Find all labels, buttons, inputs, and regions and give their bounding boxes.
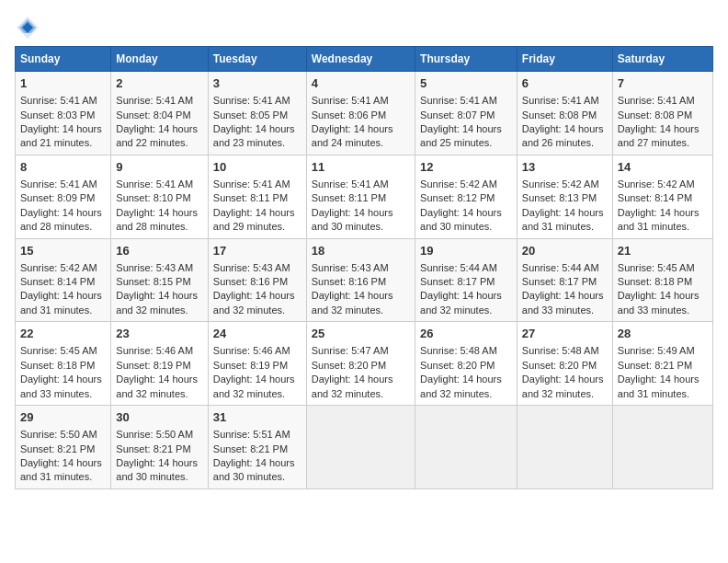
calendar-cell: 15Sunrise: 5:42 AMSunset: 8:14 PMDayligh… — [16, 238, 111, 322]
week-row-4: 22Sunrise: 5:45 AMSunset: 8:18 PMDayligh… — [16, 322, 713, 406]
daylight: Daylight: 14 hours and 30 minutes. — [312, 207, 393, 232]
daylight: Daylight: 14 hours and 33 minutes. — [618, 290, 700, 315]
calendar-cell: 19Sunrise: 5:44 AMSunset: 8:17 PMDayligh… — [415, 238, 518, 322]
sunset: Sunset: 8:08 PM — [522, 109, 597, 121]
daylight: Daylight: 14 hours and 28 minutes. — [116, 207, 198, 232]
calendar-cell: 8Sunrise: 5:41 AMSunset: 8:09 PMDaylight… — [16, 155, 111, 238]
calendar-cell — [612, 406, 712, 489]
day-number: 20 — [522, 243, 608, 259]
sunset: Sunset: 8:13 PM — [522, 192, 597, 203]
daylight: Daylight: 14 hours and 32 minutes. — [213, 373, 295, 398]
calendar-cell — [415, 406, 518, 489]
day-number: 22 — [20, 326, 106, 342]
sunset: Sunset: 8:18 PM — [618, 276, 692, 287]
sunset: Sunset: 8:19 PM — [213, 360, 288, 371]
calendar-cell: 17Sunrise: 5:43 AMSunset: 8:16 PMDayligh… — [208, 238, 306, 322]
calendar-cell: 25Sunrise: 5:47 AMSunset: 8:20 PMDayligh… — [306, 322, 415, 406]
sunset: Sunset: 8:11 PM — [312, 192, 386, 203]
day-number: 1 — [20, 75, 106, 92]
daylight: Daylight: 14 hours and 31 minutes. — [522, 207, 604, 232]
sunrise: Sunrise: 5:41 AM — [312, 95, 389, 106]
calendar-cell: 30Sunrise: 5:50 AMSunset: 8:21 PMDayligh… — [111, 406, 209, 489]
sunrise: Sunrise: 5:45 AM — [618, 262, 695, 273]
sunset: Sunset: 8:06 PM — [312, 109, 386, 121]
header-monday: Monday — [111, 47, 209, 72]
sunrise: Sunrise: 5:51 AM — [213, 429, 290, 440]
week-row-1: 1Sunrise: 5:41 AMSunset: 8:03 PMDaylight… — [16, 72, 713, 155]
header-saturday: Saturday — [612, 47, 712, 72]
calendar-cell: 18Sunrise: 5:43 AMSunset: 8:16 PMDayligh… — [306, 238, 415, 322]
sunset: Sunset: 8:20 PM — [312, 360, 386, 371]
daylight: Daylight: 14 hours and 23 minutes. — [213, 123, 295, 148]
daylight: Daylight: 14 hours and 32 minutes. — [116, 290, 198, 315]
calendar-cell: 13Sunrise: 5:42 AMSunset: 8:13 PMDayligh… — [517, 155, 612, 238]
daylight: Daylight: 14 hours and 22 minutes. — [116, 123, 198, 148]
day-number: 3 — [213, 75, 301, 92]
day-number: 9 — [116, 159, 203, 176]
sunset: Sunset: 8:17 PM — [420, 276, 495, 287]
day-number: 11 — [312, 159, 410, 176]
day-number: 6 — [522, 75, 608, 92]
calendar-cell: 7Sunrise: 5:41 AMSunset: 8:08 PMDaylight… — [612, 72, 712, 155]
sunset: Sunset: 8:12 PM — [420, 192, 495, 203]
calendar-cell: 28Sunrise: 5:49 AMSunset: 8:21 PMDayligh… — [612, 322, 712, 406]
daylight: Daylight: 14 hours and 31 minutes. — [618, 207, 700, 232]
day-number: 24 — [213, 326, 301, 342]
day-number: 19 — [420, 243, 512, 259]
calendar-cell: 22Sunrise: 5:45 AMSunset: 8:18 PMDayligh… — [16, 322, 111, 406]
sunrise: Sunrise: 5:42 AM — [522, 178, 599, 190]
week-row-2: 8Sunrise: 5:41 AMSunset: 8:09 PMDaylight… — [16, 155, 713, 238]
calendar-cell: 6Sunrise: 5:41 AMSunset: 8:08 PMDaylight… — [517, 72, 612, 155]
calendar-cell: 16Sunrise: 5:43 AMSunset: 8:15 PMDayligh… — [111, 238, 209, 322]
day-number: 21 — [618, 243, 708, 259]
day-number: 4 — [312, 75, 410, 92]
daylight: Daylight: 14 hours and 21 minutes. — [20, 123, 102, 148]
calendar-body: 1Sunrise: 5:41 AMSunset: 8:03 PMDaylight… — [16, 72, 713, 489]
day-number: 2 — [116, 75, 203, 92]
daylight: Daylight: 14 hours and 30 minutes. — [213, 457, 295, 482]
calendar-cell: 21Sunrise: 5:45 AMSunset: 8:18 PMDayligh… — [612, 238, 712, 322]
logo-icon — [15, 15, 40, 40]
sunset: Sunset: 8:21 PM — [116, 443, 190, 454]
daylight: Daylight: 14 hours and 32 minutes. — [116, 373, 198, 398]
calendar-cell: 14Sunrise: 5:42 AMSunset: 8:14 PMDayligh… — [612, 155, 712, 238]
logo — [15, 15, 44, 40]
sunrise: Sunrise: 5:41 AM — [420, 95, 497, 106]
daylight: Daylight: 14 hours and 32 minutes. — [420, 290, 502, 315]
sunrise: Sunrise: 5:46 AM — [116, 345, 193, 356]
sunset: Sunset: 8:21 PM — [618, 360, 692, 371]
sunrise: Sunrise: 5:41 AM — [522, 95, 599, 106]
daylight: Daylight: 14 hours and 28 minutes. — [20, 207, 102, 232]
calendar-cell: 5Sunrise: 5:41 AMSunset: 8:07 PMDaylight… — [415, 72, 518, 155]
calendar-table: SundayMondayTuesdayWednesdayThursdayFrid… — [15, 46, 713, 489]
sunrise: Sunrise: 5:41 AM — [312, 178, 389, 190]
day-number: 30 — [116, 409, 203, 426]
daylight: Daylight: 14 hours and 27 minutes. — [618, 123, 700, 148]
sunrise: Sunrise: 5:43 AM — [213, 262, 290, 273]
sunrise: Sunrise: 5:48 AM — [420, 345, 497, 356]
daylight: Daylight: 14 hours and 31 minutes. — [20, 290, 102, 315]
header-thursday: Thursday — [415, 47, 518, 72]
sunrise: Sunrise: 5:41 AM — [116, 95, 193, 106]
calendar-cell: 20Sunrise: 5:44 AMSunset: 8:17 PMDayligh… — [517, 238, 612, 322]
sunset: Sunset: 8:03 PM — [20, 109, 95, 121]
sunrise: Sunrise: 5:44 AM — [522, 262, 599, 273]
day-number: 12 — [420, 159, 512, 176]
day-number: 23 — [116, 326, 203, 342]
sunset: Sunset: 8:20 PM — [420, 360, 495, 371]
daylight: Daylight: 14 hours and 32 minutes. — [420, 373, 502, 398]
sunset: Sunset: 8:14 PM — [618, 192, 692, 203]
day-number: 7 — [618, 75, 708, 92]
calendar-cell: 27Sunrise: 5:48 AMSunset: 8:20 PMDayligh… — [517, 322, 612, 406]
daylight: Daylight: 14 hours and 32 minutes. — [312, 290, 393, 315]
calendar-cell: 9Sunrise: 5:41 AMSunset: 8:10 PMDaylight… — [111, 155, 209, 238]
daylight: Daylight: 14 hours and 24 minutes. — [312, 123, 393, 148]
day-number: 26 — [420, 326, 512, 342]
sunset: Sunset: 8:10 PM — [116, 192, 190, 203]
calendar-cell: 1Sunrise: 5:41 AMSunset: 8:03 PMDaylight… — [16, 72, 111, 155]
calendar-cell — [517, 406, 612, 489]
sunrise: Sunrise: 5:41 AM — [20, 178, 97, 190]
day-number: 16 — [116, 243, 203, 259]
sunset: Sunset: 8:15 PM — [116, 276, 190, 287]
week-row-3: 15Sunrise: 5:42 AMSunset: 8:14 PMDayligh… — [16, 238, 713, 322]
